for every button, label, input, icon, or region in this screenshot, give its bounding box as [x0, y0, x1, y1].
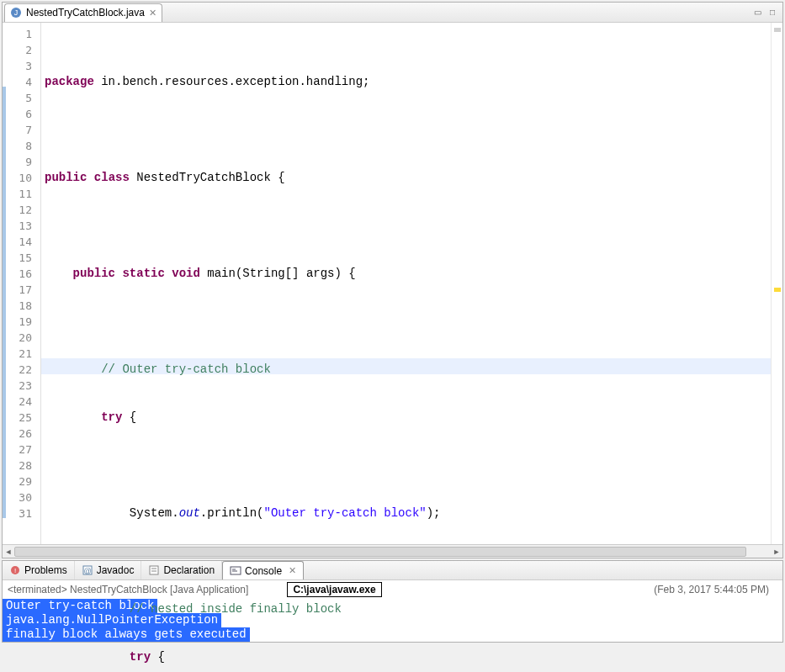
line-number: 21: [3, 346, 40, 362]
line-number: 12: [3, 202, 40, 218]
line-number: 27: [3, 442, 40, 458]
editor-tab-bar: J NestedTryCatchBlock.java ✕ ▭ □: [3, 3, 782, 23]
text: main(String[] args) {: [200, 267, 356, 280]
line-number: 19: [3, 314, 40, 330]
maximize-icon[interactable]: □: [767, 7, 777, 18]
minimize-icon[interactable]: ▭: [751, 7, 764, 18]
kw: public: [45, 171, 87, 184]
line-number: 9: [3, 154, 40, 170]
kw: package: [45, 75, 94, 88]
line-number: 14: [3, 234, 40, 250]
line-number: 15: [3, 250, 40, 266]
line-number: 20: [3, 330, 40, 346]
line-number: 11: [3, 186, 40, 202]
text: {: [122, 410, 136, 424]
string: "Outer try-catch block": [263, 506, 426, 520]
comment: // nested inside finally block: [130, 602, 342, 616]
comment: // Outer try-catch block: [101, 362, 271, 376]
line-number: 24: [3, 394, 40, 410]
line-number: 26: [3, 426, 40, 442]
text: .println(: [200, 506, 264, 520]
line-number: 29: [3, 474, 40, 489]
line-number: 22: [3, 362, 40, 378]
text: in.bench.resources.exception.handling;: [94, 75, 370, 88]
code-container: 1 2 3 4 5 6 7 8 9 10 11 12 13 14 15 16 1…: [3, 23, 782, 544]
line-number: 17: [3, 282, 40, 298]
text: {: [151, 650, 165, 664]
file-tab-label: NestedTryCatchBlock.java: [26, 7, 145, 19]
line-number: 1: [3, 26, 40, 42]
field: out: [179, 506, 200, 520]
line-number: 2: [3, 42, 40, 58]
line-number: 7: [3, 122, 40, 138]
code-editor[interactable]: package in.bench.resources.exception.han…: [41, 23, 771, 544]
svg-text:J: J: [14, 8, 19, 17]
line-number: 16: [3, 266, 40, 282]
svg-text:!: !: [14, 567, 16, 574]
line-number: 6: [3, 106, 40, 122]
kw: void: [172, 267, 200, 280]
line-number: 31: [3, 505, 40, 521]
scroll-right-icon[interactable]: ►: [771, 546, 782, 558]
scroll-left-icon[interactable]: ◄: [3, 546, 14, 558]
horizontal-scrollbar[interactable]: ◄ ►: [3, 544, 782, 558]
line-number: 13: [3, 218, 40, 234]
editor-area: J NestedTryCatchBlock.java ✕ ▭ □ 1 2 3 4…: [2, 2, 783, 558]
text: System.: [130, 506, 179, 520]
editor-toolbar: ▭ □: [751, 7, 782, 18]
line-number: 28: [3, 458, 40, 474]
kw: class: [94, 171, 130, 184]
kw: try: [130, 650, 151, 664]
close-tab-icon[interactable]: ✕: [149, 8, 156, 19]
line-number: 23: [3, 378, 40, 394]
line-gutter: 1 2 3 4 5 6 7 8 9 10 11 12 13 14 15 16 1…: [3, 23, 41, 544]
kw: public: [73, 267, 115, 280]
line-number: 8: [3, 138, 40, 154]
kw: try: [101, 410, 122, 424]
text: NestedTryCatchBlock {: [130, 171, 285, 184]
line-number: 18: [3, 298, 40, 314]
problems-icon: !: [9, 564, 21, 576]
line-number: 3: [3, 58, 40, 74]
line-number: 30: [3, 489, 40, 505]
overview-ruler[interactable]: [771, 23, 782, 544]
line-number: 4: [3, 74, 40, 90]
file-tab[interactable]: J NestedTryCatchBlock.java ✕: [4, 3, 162, 22]
line-number: 25: [3, 410, 40, 426]
scroll-thumb[interactable]: [14, 547, 746, 557]
ruler-warning-mark[interactable]: [774, 288, 781, 292]
text: );: [427, 506, 441, 520]
ruler-mark: [774, 28, 781, 32]
line-number: 5: [3, 90, 40, 106]
java-file-icon: J: [10, 7, 22, 19]
kw: static: [122, 267, 164, 280]
line-number: 10: [3, 170, 40, 186]
